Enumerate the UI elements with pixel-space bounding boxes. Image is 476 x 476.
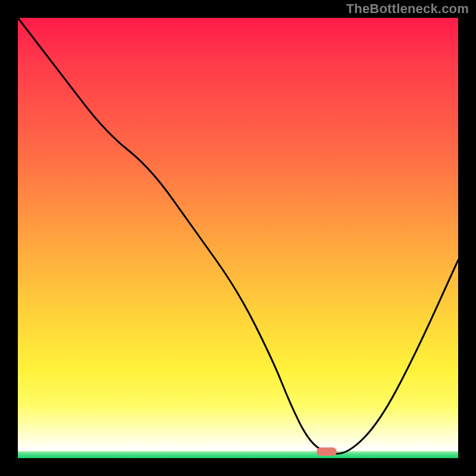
watermark-text: TheBottleneck.com (346, 1, 469, 17)
bottleneck-curve (18, 18, 458, 458)
chart-frame: TheBottleneck.com (0, 0, 476, 476)
curve-path (18, 18, 458, 454)
plot-area (18, 18, 458, 458)
optimal-marker (317, 447, 337, 456)
